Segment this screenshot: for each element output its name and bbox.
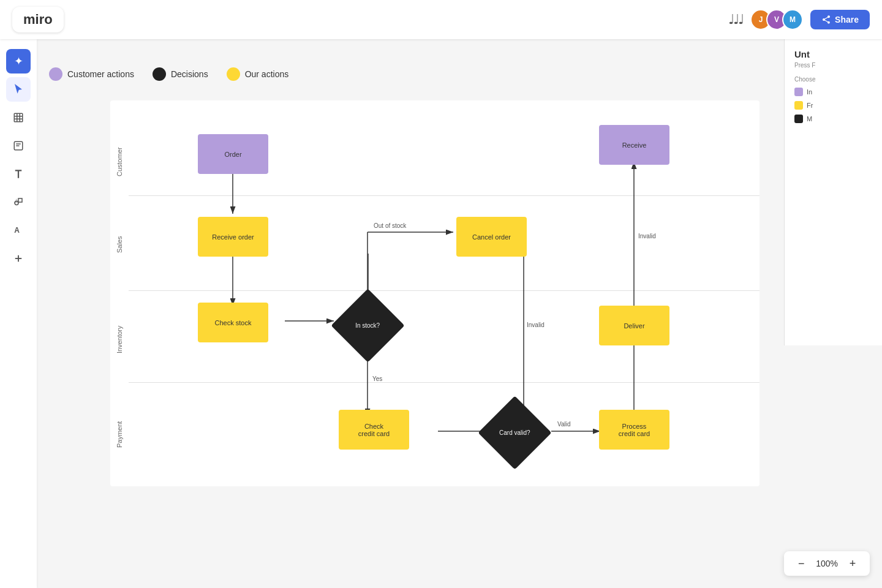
zoom-out-button[interactable]: − — [794, 556, 809, 571]
svg-text:A: A — [14, 226, 20, 235]
node-receive[interactable]: Receive — [599, 125, 669, 165]
avatar-3: M — [782, 9, 803, 30]
right-panel-choose: Choose — [794, 76, 872, 83]
lane-label-sales: Sales — [110, 205, 129, 284]
node-receive-order[interactable]: Receive order — [198, 217, 268, 257]
svg-rect-0 — [14, 113, 23, 122]
toolbar-shapes[interactable] — [6, 190, 31, 214]
logo: miro — [23, 12, 53, 27]
toolbar: ✦ A — [0, 39, 37, 588]
panel-label-3: M — [807, 115, 812, 123]
share-button[interactable]: Share — [810, 10, 870, 29]
panel-row-3: M — [794, 115, 872, 123]
node-deliver[interactable]: Deliver — [599, 306, 669, 345]
share-label: Share — [835, 15, 859, 24]
node-in-stock[interactable]: In stock? — [331, 288, 404, 362]
svg-text:Yes: Yes — [372, 375, 382, 382]
zoom-level: 100% — [816, 559, 838, 568]
toolbar-text[interactable] — [6, 162, 31, 186]
header-right: ♩♩♩ J V M Share — [728, 9, 870, 30]
header: miro ♩♩♩ J V M Share — [0, 0, 882, 39]
avatars: J V M — [750, 9, 803, 30]
lane-label-customer: Customer — [110, 131, 129, 192]
legend-customer-actions: Customer actions — [49, 67, 134, 81]
node-check-stock[interactable]: Check stock — [198, 303, 268, 342]
legend-our-actions: Our actions — [227, 67, 289, 81]
right-panel: Unt Press F Choose In Fr M — [784, 39, 882, 345]
zoom-in-button[interactable]: + — [845, 556, 860, 571]
svg-text:Out of stock: Out of stock — [374, 222, 407, 229]
music-icon: ♩♩♩ — [728, 12, 743, 28]
legend-label-decisions: Decisions — [171, 69, 208, 79]
toolbar-pen[interactable]: A — [6, 218, 31, 243]
share-icon — [821, 15, 831, 24]
node-process-credit-card[interactable]: Process credit card — [599, 410, 669, 450]
toolbar-table[interactable] — [6, 105, 31, 130]
swatch-yellow — [794, 101, 803, 110]
canvas[interactable]: Customer Sales Inventory Payment — [37, 39, 882, 588]
legend-label-our-actions: Our actions — [245, 69, 289, 79]
toolbar-note[interactable] — [6, 134, 31, 158]
panel-row-1: In — [794, 88, 872, 96]
toolbar-select[interactable] — [6, 77, 31, 102]
panel-label-2: Fr — [807, 102, 813, 109]
logo-box: miro — [12, 7, 64, 32]
legend: Customer actions Decisions Our actions — [49, 67, 288, 81]
panel-label-1: In — [807, 88, 812, 96]
right-panel-title: Unt — [794, 49, 872, 59]
zoom-bar: − 100% + — [784, 551, 870, 576]
node-cancel-order[interactable]: Cancel order — [456, 217, 527, 257]
lane-divider-2 — [129, 290, 760, 291]
lane-divider-3 — [129, 382, 760, 383]
canvas-inner: Customer Sales Inventory Payment — [110, 100, 760, 486]
lane-divider-1 — [129, 195, 760, 196]
legend-dot-decisions — [153, 67, 166, 81]
lane-label-payment: Payment — [110, 391, 129, 477]
swatch-dark — [794, 115, 803, 123]
legend-label-customer: Customer actions — [67, 69, 134, 79]
node-order[interactable]: Order — [198, 134, 268, 174]
svg-text:Invalid: Invalid — [527, 322, 545, 328]
legend-decisions: Decisions — [153, 67, 208, 81]
right-panel-subtitle: Press F — [794, 62, 872, 69]
svg-text:Valid: Valid — [557, 421, 571, 428]
toolbar-magic[interactable]: ✦ — [6, 49, 31, 74]
svg-rect-9 — [18, 198, 22, 202]
lane-label-inventory: Inventory — [110, 300, 129, 379]
panel-row-2: Fr — [794, 101, 872, 110]
swatch-purple — [794, 88, 803, 96]
node-check-credit-card[interactable]: Check credit card — [339, 410, 409, 450]
node-card-valid[interactable]: Card valid? — [478, 396, 551, 469]
legend-dot-customer — [49, 67, 62, 81]
legend-dot-our-actions — [227, 67, 240, 81]
toolbar-add[interactable] — [6, 246, 31, 271]
svg-text:Invalid: Invalid — [638, 233, 656, 239]
